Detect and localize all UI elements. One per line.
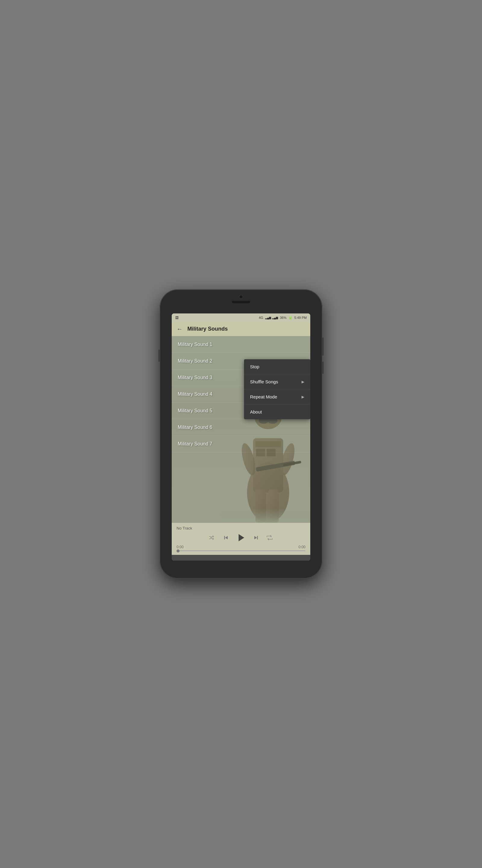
time-row: 0:00 0:00 — [176, 545, 306, 549]
song-item-7[interactable]: Military Sound 7 — [172, 436, 310, 453]
status-left: 🖼 — [175, 316, 179, 319]
phone-top-decorations — [232, 295, 250, 303]
signal-type: 4G — [259, 316, 263, 319]
menu-item-shuffle[interactable]: Shuffle Songs ▶ — [244, 374, 310, 390]
signal-bars: ▂▄▆ ▂▄▆ — [265, 316, 278, 319]
time-display: 5:49 PM — [294, 316, 307, 319]
prev-button[interactable] — [223, 535, 229, 541]
shuffle-button[interactable] — [209, 535, 216, 540]
time-end: 0:00 — [298, 545, 306, 549]
context-menu: Stop Shuffle Songs ▶ Repeat Mode ▶ About — [244, 359, 310, 419]
speaker — [232, 301, 250, 303]
status-bar: 🖼 4G ▂▄▆ ▂▄▆ 36% 🔋 5:49 PM — [172, 313, 310, 322]
bottom-dark-area — [172, 555, 310, 561]
volume-button[interactable] — [158, 350, 160, 362]
menu-item-repeat[interactable]: Repeat Mode ▶ — [244, 390, 310, 404]
app-title: Military Sounds — [187, 326, 228, 332]
phone-screen: 🖼 4G ▂▄▆ ▂▄▆ 36% 🔋 5:49 PM ← Military So… — [172, 313, 310, 561]
menu-item-about[interactable]: About — [244, 404, 310, 419]
menu-item-stop[interactable]: Stop — [244, 359, 310, 374]
battery-icon: 🔋 — [288, 316, 292, 320]
progress-dot — [176, 550, 180, 553]
svg-marker-19 — [254, 536, 257, 539]
player-controls: No Track — [172, 523, 310, 555]
no-track-label: No Track — [176, 526, 306, 530]
status-right: 4G ▂▄▆ ▂▄▆ 36% 🔋 5:49 PM — [259, 316, 307, 320]
controls-row — [176, 533, 306, 542]
repeat-icon — [266, 535, 273, 541]
notification-icon: 🖼 — [175, 316, 179, 319]
back-button[interactable]: ← — [176, 326, 183, 333]
power-button[interactable] — [322, 338, 324, 355]
phone-frame: 🖼 4G ▂▄▆ ▂▄▆ 36% 🔋 5:49 PM ← Military So… — [160, 289, 322, 579]
song-list-container: Military Sound 1 Military Sound 2 Milita… — [172, 336, 310, 523]
svg-marker-16 — [225, 536, 228, 539]
play-icon — [236, 533, 246, 542]
svg-rect-20 — [257, 536, 258, 539]
play-button[interactable] — [236, 533, 246, 542]
repeat-arrow-icon: ▶ — [301, 395, 304, 399]
prev-icon — [223, 535, 229, 541]
shuffle-arrow-icon: ▶ — [301, 380, 304, 384]
battery-percent: 36% — [280, 316, 287, 319]
svg-rect-17 — [224, 536, 225, 539]
next-button[interactable] — [253, 535, 259, 541]
repeat-button[interactable] — [266, 535, 273, 541]
camera — [239, 295, 243, 299]
song-item-1[interactable]: Military Sound 1 — [172, 336, 310, 353]
shuffle-icon — [209, 535, 216, 540]
time-start: 0:00 — [176, 545, 184, 549]
svg-marker-18 — [238, 534, 244, 541]
song-item-6[interactable]: Military Sound 6 — [172, 419, 310, 436]
side-button-2[interactable] — [322, 362, 324, 374]
app-header: ← Military Sounds — [172, 322, 310, 336]
progress-bar[interactable] — [176, 550, 306, 551]
next-icon — [253, 535, 259, 541]
